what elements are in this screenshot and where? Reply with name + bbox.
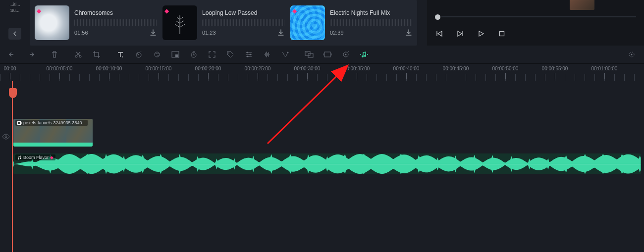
playhead-handle[interactable]: [9, 88, 17, 98]
svg-rect-19: [324, 52, 330, 57]
preview-video-area: [427, 0, 644, 11]
media-thumbnail: ◆: [35, 5, 69, 40]
svg-point-26: [5, 136, 7, 138]
crop-button[interactable]: [88, 48, 105, 61]
svg-text:T: T: [306, 52, 308, 55]
media-meta: 01:23: [202, 29, 284, 36]
ruler-label: 00:00:30:00: [294, 66, 321, 71]
svg-point-28: [18, 158, 19, 159]
timeline-settings-button[interactable]: [623, 48, 640, 61]
ruler-ticks: [0, 74, 644, 81]
color-button[interactable]: [149, 48, 165, 61]
ruler-label: 00:00:35:00: [344, 66, 370, 71]
progress-bar[interactable]: [441, 16, 636, 17]
chevron-left-icon: [13, 31, 17, 36]
download-icon[interactable]: [150, 29, 157, 36]
track-visibility-icon[interactable]: [2, 134, 10, 140]
svg-point-5: [156, 53, 157, 54]
svg-point-2: [79, 55, 81, 57]
undo-button[interactable]: [4, 48, 21, 61]
svg-point-15: [287, 52, 289, 53]
preview-panel: [427, 0, 644, 46]
sidebar-category[interactable]: ...iti... Su...: [9, 2, 20, 13]
svg-point-1: [75, 55, 77, 57]
smart-button[interactable]: [337, 48, 354, 61]
clip-audio-strip: [13, 143, 93, 147]
svg-point-25: [631, 54, 633, 55]
media-card[interactable]: ◆ Looping Low Passed 01:23: [162, 5, 284, 40]
delete-button[interactable]: [46, 48, 63, 61]
svg-point-12: [247, 52, 248, 53]
audio-clip[interactable]: Boom Flavor ◆: [13, 153, 641, 174]
media-card[interactable]: ◆ Electric Nights Full Mix 02:39: [290, 5, 412, 40]
premium-gem-icon: ◆: [164, 7, 169, 14]
svg-point-22: [362, 55, 364, 57]
audio-detach-button[interactable]: [277, 48, 294, 61]
fit-button[interactable]: [204, 48, 220, 61]
download-icon[interactable]: [405, 29, 412, 36]
text-button[interactable]: [112, 48, 129, 61]
ruler-label: 00:00:45:00: [443, 66, 469, 71]
premium-gem-icon: ◆: [37, 7, 41, 14]
media-info: Looping Low Passed 01:23: [202, 9, 284, 36]
svg-rect-0: [500, 32, 504, 36]
preview-controls: [427, 23, 644, 45]
ruler-label: 00:00:40:00: [393, 66, 420, 71]
media-duration: 01:56: [74, 30, 88, 36]
prev-frame-button[interactable]: [435, 29, 444, 38]
premium-gem-icon: ◆: [50, 155, 54, 160]
svg-point-14: [247, 56, 249, 57]
speed-button[interactable]: [130, 48, 147, 61]
ruler-label: 00:00:55:00: [542, 66, 568, 71]
playhead-line[interactable]: [12, 81, 13, 252]
timer-button[interactable]: [185, 48, 202, 61]
ruler-label: 00:00:20:00: [195, 66, 221, 71]
play-button[interactable]: [477, 29, 485, 38]
audio-mid-line: [13, 164, 641, 164]
stop-button[interactable]: [497, 29, 506, 38]
tag-button[interactable]: [222, 48, 239, 61]
sidebar-back-button[interactable]: [8, 28, 21, 40]
progress-knob[interactable]: [435, 14, 440, 20]
download-icon[interactable]: [277, 29, 284, 36]
media-info: Chromosomes 01:56: [74, 9, 157, 36]
svg-point-7: [158, 55, 159, 56]
ruler-label: 00:00:05:00: [47, 66, 73, 71]
media-library-panel: ◆ Chromosomes 01:56 ◆ Looping Low Pass: [30, 0, 417, 46]
media-duration: 01:23: [202, 30, 216, 36]
next-frame-button[interactable]: [456, 29, 465, 38]
pip-button[interactable]: [167, 48, 184, 61]
media-waveform-preview: [202, 19, 284, 26]
timeline-toolbar: T: [0, 46, 644, 63]
ruler-label: 00:00:10:00: [96, 66, 122, 71]
audio-edit-button[interactable]: [259, 48, 275, 61]
video-clip[interactable]: pexels-fauxels-3249935-3840...: [13, 119, 93, 147]
media-meta: 01:56: [74, 29, 157, 36]
timeline-tracks[interactable]: pexels-fauxels-3249935-3840... Boom Flav…: [0, 81, 644, 252]
svg-rect-27: [18, 121, 21, 124]
track-gutter: [0, 81, 12, 252]
preview-frame: [570, 0, 594, 10]
redo-button[interactable]: [22, 48, 39, 61]
media-title: Looping Low Passed: [202, 9, 284, 16]
clip-label-badge: pexels-fauxels-3249935-3840...: [15, 120, 88, 126]
top-row: ...iti... Su... ◆ Chromosomes 01:56: [0, 0, 644, 46]
svg-point-6: [158, 53, 159, 54]
premium-gem-icon: ◆: [292, 7, 297, 14]
beat-music-button[interactable]: [356, 48, 373, 61]
media-card[interactable]: ◆ Chromosomes 01:56: [35, 5, 157, 40]
frame-button[interactable]: [319, 48, 336, 61]
svg-point-13: [250, 54, 251, 55]
media-waveform-preview: [74, 19, 157, 26]
preview-progress[interactable]: [427, 11, 644, 23]
media-waveform-preview: [330, 19, 412, 26]
ruler-label: 00:00: [3, 66, 16, 71]
svg-point-11: [228, 52, 229, 53]
media-info: Electric Nights Full Mix 02:39: [330, 9, 412, 36]
ruler-label: 00:00:15:00: [146, 66, 172, 71]
timeline-ruler[interactable]: 00:0000:00:05:0000:00:10:0000:00:15:0000…: [0, 63, 644, 81]
audio-label-badge: Boom Flavor ◆: [15, 154, 55, 160]
adjust-button[interactable]: [240, 48, 257, 61]
split-button[interactable]: [70, 48, 87, 61]
subtitle-button[interactable]: T: [301, 48, 318, 61]
